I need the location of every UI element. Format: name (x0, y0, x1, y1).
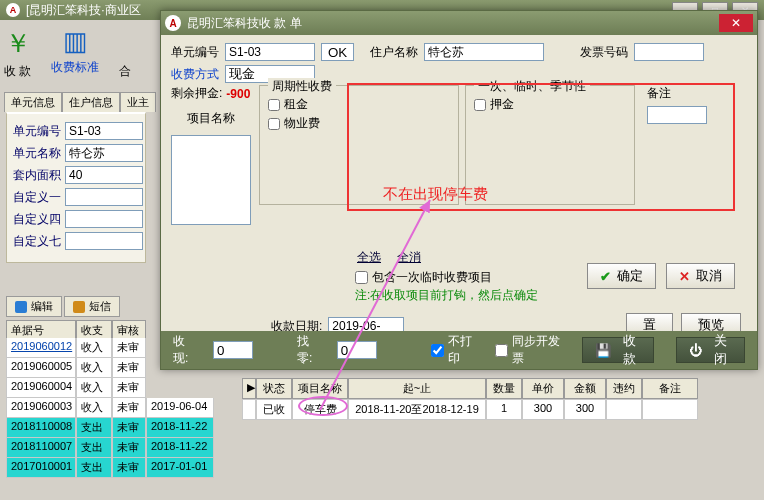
tab-unit-info[interactable]: 单元信息 (4, 92, 62, 112)
periodic-legend: 周期性收费 (268, 78, 336, 95)
row-marker: ▶ (242, 378, 256, 399)
area-field[interactable] (65, 166, 143, 184)
d-unitno-field[interactable] (225, 43, 315, 61)
dialog-close-icon[interactable]: ✕ (719, 14, 753, 32)
custom4-field[interactable] (65, 210, 143, 228)
note-field[interactable] (647, 106, 707, 124)
table-row[interactable]: 2017010001支出未审2017-01-01 (6, 458, 214, 478)
d-invoice-field[interactable] (634, 43, 704, 61)
cancel-label: 取消 (696, 267, 722, 285)
select-row: 全选 全消 (357, 249, 421, 266)
chk-rent-box[interactable] (268, 99, 280, 111)
shoukuan-label: 收 款 (4, 63, 31, 80)
chk-rent-label: 租金 (284, 96, 308, 113)
select-all-link[interactable]: 全选 (357, 249, 381, 266)
c-qty: 1 (486, 399, 522, 420)
table-cell: 2019060012 (6, 338, 76, 358)
edit-label: 编辑 (31, 299, 53, 314)
chk-property-label: 物业费 (284, 115, 320, 132)
h-price: 单价 (522, 378, 564, 399)
table-row[interactable]: 2019060004收入未审 (6, 378, 214, 398)
custom4-label: 自定义四 (9, 211, 61, 228)
chk-deposit-box[interactable] (474, 99, 486, 111)
save-button[interactable]: 💾收款 (582, 337, 654, 363)
table-cell: 支出 (76, 438, 112, 458)
dialog-logo-icon: A (165, 15, 181, 31)
x-icon: ✕ (679, 269, 690, 284)
table-cell: 收入 (76, 338, 112, 358)
confirm-button[interactable]: ✔确定 (587, 263, 656, 289)
tab-resident-info[interactable]: 住户信息 (62, 92, 120, 112)
table-cell: 2017010001 (6, 458, 76, 478)
h-name: 项目名称 (292, 378, 348, 399)
c-pen (606, 399, 642, 420)
power-icon: ⏻ (689, 343, 702, 358)
edit-tab[interactable]: 编辑 (6, 296, 62, 317)
shoukuan-button[interactable]: ￥ 收 款 (4, 26, 31, 80)
yen-icon: ￥ (5, 26, 31, 61)
chk-property[interactable]: 物业费 (268, 115, 450, 132)
dialog-row1: 单元编号 OK 住户名称 发票号码 (171, 43, 747, 61)
dialog-row2: 收费方式 (171, 65, 747, 83)
he-label: 合 (119, 63, 131, 80)
noprint-box[interactable] (431, 344, 444, 357)
c-stat: 已收 (256, 399, 292, 420)
clear-all-link[interactable]: 全消 (397, 249, 421, 266)
chk-rent[interactable]: 租金 (268, 96, 450, 113)
sync-invoice-check[interactable]: 同步开发票 (495, 333, 568, 367)
chk-property-box[interactable] (268, 118, 280, 130)
dialog-titlebar[interactable]: A 昆明汇笨科技收 款 单 ✕ (161, 11, 757, 35)
save-icon: 💾 (595, 343, 612, 358)
table-cell: 2019060003 (6, 398, 76, 418)
unit-name-field[interactable] (65, 144, 143, 162)
custom1-label: 自定义一 (9, 189, 61, 206)
chk-deposit-label: 押金 (490, 96, 514, 113)
sync-invoice-label: 同步开发票 (512, 333, 568, 367)
proj-name-list[interactable] (171, 135, 251, 225)
c-name: 停车费 (292, 399, 348, 420)
chk-deposit[interactable]: 押金 (474, 96, 626, 113)
tab-owner[interactable]: 业主 (120, 92, 156, 112)
sms-tab[interactable]: 短信 (64, 296, 120, 317)
c-price: 300 (522, 399, 564, 420)
table-row[interactable]: 2018110008支出未审2018-11-22 (6, 418, 214, 438)
detail-header: ▶ 状态 项目名称 起~止 数量 单价 金额 违约 备注 (242, 378, 698, 399)
table-cell: 2019-06-04 (146, 398, 214, 418)
table-cell: 2018-11-22 (146, 418, 214, 438)
h-note: 备注 (642, 378, 698, 399)
h-qty: 数量 (486, 378, 522, 399)
table-cell: 收入 (76, 358, 112, 378)
table-cell: 2018110008 (6, 418, 76, 438)
save-label: 收款 (618, 332, 641, 368)
close-button[interactable]: ⏻关闭 (676, 337, 745, 363)
fee-standard-label: 收费标准 (51, 59, 99, 76)
table-cell: 未审 (112, 338, 146, 358)
table-cell: 2018110007 (6, 438, 76, 458)
d-cust-field[interactable] (424, 43, 544, 61)
once-fieldset: 一次、临时、季节性 押金 (465, 85, 635, 205)
check-icon: ✔ (600, 269, 611, 284)
row-marker-cell (242, 399, 256, 420)
detail-row[interactable]: 已收 停车费 2018-11-20至2018-12-19 1 300 300 (242, 399, 698, 420)
unit-name-label: 单元名称 (9, 145, 61, 162)
ok-button[interactable]: OK (321, 43, 354, 61)
receipt-dialog: A 昆明汇笨科技收 款 单 ✕ 单元编号 OK 住户名称 发票号码 收费方式 剩… (160, 10, 758, 370)
custom7-field[interactable] (65, 232, 143, 250)
include-temp[interactable]: 包含一次临时收费项目 (355, 269, 492, 286)
table-row[interactable]: 2018110007支出未审2018-11-22 (6, 438, 214, 458)
table-row[interactable]: 2019060003收入未审2019-06-04 (6, 398, 214, 418)
sms-icon (73, 301, 85, 313)
fee-standard-button[interactable]: ▥ 收费标准 (51, 26, 99, 76)
include-temp-box[interactable] (355, 271, 368, 284)
sync-invoice-box[interactable] (495, 344, 508, 357)
deposit-value: -900 (226, 87, 250, 101)
unit-no-label: 单元编号 (9, 123, 61, 140)
noprint-check[interactable]: 不打印 (431, 333, 481, 367)
cancel-button[interactable]: ✕取消 (666, 263, 735, 289)
custom1-field[interactable] (65, 188, 143, 206)
h-stat: 状态 (256, 378, 292, 399)
unit-no-field[interactable] (65, 122, 143, 140)
cash-field[interactable] (213, 341, 253, 359)
change-field[interactable] (337, 341, 377, 359)
h-range: 起~止 (348, 378, 486, 399)
